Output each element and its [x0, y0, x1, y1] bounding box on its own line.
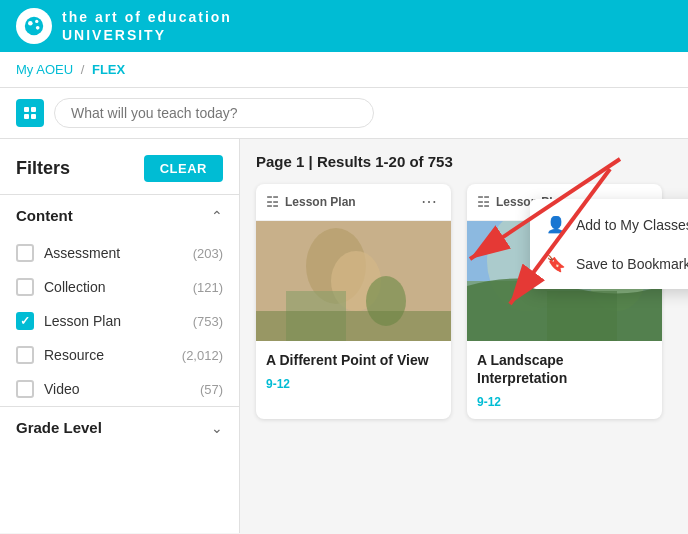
content-area: Page 1 | Results 1-20 of 753 ☷ Lesson Pl… [240, 139, 688, 533]
dropdown-label-save-bookmarks: Save to Bookmarks [576, 256, 688, 272]
filter-item-video[interactable]: Video (57) [0, 372, 239, 406]
logo-icon [16, 8, 52, 44]
svg-point-3 [36, 26, 40, 30]
svg-point-2 [35, 20, 38, 23]
sidebar-header: Filters CLEAR [0, 139, 239, 194]
results-header: Page 1 | Results 1-20 of 753 [256, 153, 672, 170]
card-1: ☷ Lesson Plan ⋯ [256, 184, 451, 419]
filter-label-assessment: Assessment [44, 245, 120, 261]
chevron-up-icon: ⌃ [211, 208, 223, 224]
card-2-info: A Landscape Interpretation 9-12 [467, 341, 662, 419]
card-2-grade: 9-12 [477, 395, 652, 409]
checkbox-lesson-plan[interactable] [16, 312, 34, 330]
clear-button[interactable]: CLEAR [144, 155, 223, 182]
svg-point-1 [28, 21, 33, 26]
breadcrumb-parent[interactable]: My AOEU [16, 62, 73, 77]
content-section-toggle[interactable]: Content ⌃ [0, 195, 239, 236]
grade-section-label: Grade Level [16, 419, 102, 436]
card-2-title: A Landscape Interpretation [477, 351, 652, 387]
checkbox-video[interactable] [16, 380, 34, 398]
flex-icon [22, 105, 38, 121]
card-1-title: A Different Point of View [266, 351, 441, 369]
svg-rect-4 [24, 107, 29, 112]
filter-item-collection[interactable]: Collection (121) [0, 270, 239, 304]
dropdown-item-save-bookmarks[interactable]: 🔖 Save to Bookmarks [530, 244, 688, 283]
content-section-label: Content [16, 207, 73, 224]
svg-rect-6 [24, 114, 29, 119]
filter-label-collection: Collection [44, 279, 105, 295]
card-1-info: A Different Point of View 9-12 [256, 341, 451, 401]
filter-count-resource: (2,012) [182, 348, 223, 363]
filter-label-video: Video [44, 381, 80, 397]
dropdown-item-add-classes[interactable]: 👤 Add to My Classes [530, 205, 688, 244]
filter-count-assessment: (203) [193, 246, 223, 261]
card-1-grade: 9-12 [266, 377, 441, 391]
breadcrumb-separator: / [81, 62, 85, 77]
search-input[interactable] [54, 98, 374, 128]
sidebar: Filters CLEAR Content ⌃ Assessment (203)… [0, 139, 240, 533]
dropdown-label-add-classes: Add to My Classes [576, 217, 688, 233]
breadcrumb-current: FLEX [92, 62, 125, 77]
filter-item-assessment[interactable]: Assessment (203) [0, 236, 239, 270]
filter-count-lesson-plan: (753) [193, 314, 223, 329]
checkbox-collection[interactable] [16, 278, 34, 296]
chevron-down-icon: ⌄ [211, 420, 223, 436]
main-layout: Filters CLEAR Content ⌃ Assessment (203)… [0, 139, 688, 533]
checkbox-resource[interactable] [16, 346, 34, 364]
save-bookmarks-icon: 🔖 [546, 254, 566, 273]
filter-section-content: Content ⌃ Assessment (203) Collection (1… [0, 194, 239, 406]
filter-section-grade: Grade Level ⌄ [0, 406, 239, 448]
list-icon-2: ☷ [477, 194, 490, 210]
sidebar-title: Filters [16, 158, 70, 179]
card-1-painting [256, 221, 451, 341]
list-icon-1: ☷ [266, 194, 279, 210]
card-1-more-button[interactable]: ⋯ [417, 192, 441, 212]
card-1-top: ☷ Lesson Plan ⋯ [256, 184, 451, 221]
filter-label-lesson-plan: Lesson Plan [44, 313, 121, 329]
checkbox-assessment[interactable] [16, 244, 34, 262]
dropdown-menu: 👤 Add to My Classes 🔖 Save to Bookmarks [530, 199, 688, 289]
logo-text: the art of education UNIVERSITY [62, 8, 232, 44]
filter-label-resource: Resource [44, 347, 104, 363]
search-icon-box [16, 99, 44, 127]
svg-rect-13 [256, 311, 451, 341]
search-bar [0, 88, 688, 139]
filter-item-resource[interactable]: Resource (2,012) [0, 338, 239, 372]
filter-item-lesson-plan[interactable]: Lesson Plan (753) [0, 304, 239, 338]
breadcrumb: My AOEU / FLEX [0, 52, 688, 88]
grade-section-toggle[interactable]: Grade Level ⌄ [0, 407, 239, 448]
filter-count-collection: (121) [193, 280, 223, 295]
filter-count-video: (57) [200, 382, 223, 397]
svg-rect-7 [31, 114, 36, 119]
app-header: the art of education UNIVERSITY [0, 0, 688, 52]
add-classes-icon: 👤 [546, 215, 566, 234]
card-1-type: ☷ Lesson Plan [266, 194, 356, 210]
card-1-image [256, 221, 451, 341]
svg-rect-5 [31, 107, 36, 112]
svg-point-0 [25, 17, 43, 35]
